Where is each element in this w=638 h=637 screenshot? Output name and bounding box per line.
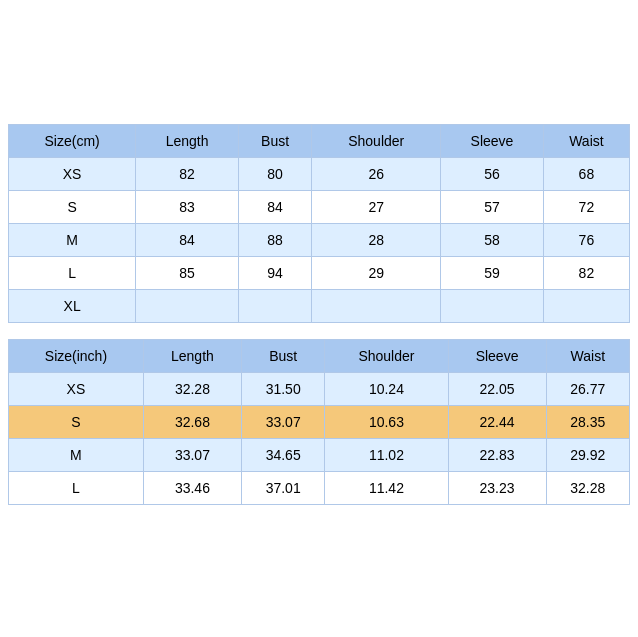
inch-cell-size: XS — [9, 373, 144, 406]
cm-cell-shoulder: 29 — [312, 257, 441, 290]
inch-cell-shoulder: 11.02 — [325, 439, 448, 472]
inch-cell-sleeve: 22.83 — [448, 439, 546, 472]
cm-col-size: Size(cm) — [9, 125, 136, 158]
inch-cell-size: S — [9, 406, 144, 439]
table-row: XS32.2831.5010.2422.0526.77 — [9, 373, 630, 406]
cm-cell-sleeve: 58 — [441, 224, 544, 257]
table-divider — [8, 331, 630, 339]
cm-cell-shoulder: 27 — [312, 191, 441, 224]
size-inch-table: Size(inch) Length Bust Shoulder Sleeve W… — [8, 339, 630, 505]
inch-col-length: Length — [143, 340, 241, 373]
inch-cell-size: M — [9, 439, 144, 472]
cm-cell-waist: 76 — [543, 224, 629, 257]
inch-cell-shoulder: 10.63 — [325, 406, 448, 439]
inch-col-bust: Bust — [241, 340, 324, 373]
inch-cell-length: 32.68 — [143, 406, 241, 439]
cm-cell-bust: 88 — [238, 224, 311, 257]
inch-cell-sleeve: 22.05 — [448, 373, 546, 406]
inch-cell-size: L — [9, 472, 144, 505]
cm-cell-length — [136, 290, 239, 323]
cm-cell-size: XL — [9, 290, 136, 323]
inch-cell-shoulder: 10.24 — [325, 373, 448, 406]
inch-cell-waist: 28.35 — [546, 406, 629, 439]
inch-cell-bust: 34.65 — [241, 439, 324, 472]
table-row: M33.0734.6511.0222.8329.92 — [9, 439, 630, 472]
cm-cell-shoulder — [312, 290, 441, 323]
cm-cell-length: 84 — [136, 224, 239, 257]
table-row: XS8280265668 — [9, 158, 630, 191]
cm-cell-sleeve — [441, 290, 544, 323]
cm-cell-bust: 84 — [238, 191, 311, 224]
cm-cell-size: M — [9, 224, 136, 257]
cm-cell-waist: 68 — [543, 158, 629, 191]
table-row: L33.4637.0111.4223.2332.28 — [9, 472, 630, 505]
inch-col-size: Size(inch) — [9, 340, 144, 373]
cm-col-waist: Waist — [543, 125, 629, 158]
cm-cell-waist: 72 — [543, 191, 629, 224]
cm-cell-shoulder: 28 — [312, 224, 441, 257]
cm-col-bust: Bust — [238, 125, 311, 158]
cm-cell-length: 83 — [136, 191, 239, 224]
inch-col-shoulder: Shoulder — [325, 340, 448, 373]
cm-cell-sleeve: 59 — [441, 257, 544, 290]
cm-cell-bust: 80 — [238, 158, 311, 191]
inch-col-sleeve: Sleeve — [448, 340, 546, 373]
table-row: XL — [9, 290, 630, 323]
inch-cell-sleeve: 23.23 — [448, 472, 546, 505]
size-tables: Size(cm) Length Bust Shoulder Sleeve Wai… — [8, 124, 630, 513]
cm-col-shoulder: Shoulder — [312, 125, 441, 158]
cm-col-length: Length — [136, 125, 239, 158]
inch-cell-waist: 32.28 — [546, 472, 629, 505]
table-row: S32.6833.0710.6322.4428.35 — [9, 406, 630, 439]
inch-cell-sleeve: 22.44 — [448, 406, 546, 439]
cm-cell-size: L — [9, 257, 136, 290]
cm-cell-size: XS — [9, 158, 136, 191]
inch-cell-length: 32.28 — [143, 373, 241, 406]
cm-cell-sleeve: 56 — [441, 158, 544, 191]
cm-cell-waist — [543, 290, 629, 323]
inch-cell-bust: 33.07 — [241, 406, 324, 439]
table-row: M8488285876 — [9, 224, 630, 257]
inch-col-waist: Waist — [546, 340, 629, 373]
inch-cell-shoulder: 11.42 — [325, 472, 448, 505]
cm-cell-sleeve: 57 — [441, 191, 544, 224]
cm-cell-length: 85 — [136, 257, 239, 290]
cm-cell-size: S — [9, 191, 136, 224]
cm-cell-bust: 94 — [238, 257, 311, 290]
cm-cell-shoulder: 26 — [312, 158, 441, 191]
inch-cell-bust: 31.50 — [241, 373, 324, 406]
size-cm-table: Size(cm) Length Bust Shoulder Sleeve Wai… — [8, 124, 630, 323]
cm-col-sleeve: Sleeve — [441, 125, 544, 158]
inch-cell-length: 33.07 — [143, 439, 241, 472]
table-row: L8594295982 — [9, 257, 630, 290]
table-row: S8384275772 — [9, 191, 630, 224]
inch-cell-bust: 37.01 — [241, 472, 324, 505]
inch-cell-waist: 29.92 — [546, 439, 629, 472]
inch-header-row: Size(inch) Length Bust Shoulder Sleeve W… — [9, 340, 630, 373]
cm-cell-waist: 82 — [543, 257, 629, 290]
inch-cell-length: 33.46 — [143, 472, 241, 505]
cm-cell-bust — [238, 290, 311, 323]
cm-header-row: Size(cm) Length Bust Shoulder Sleeve Wai… — [9, 125, 630, 158]
cm-cell-length: 82 — [136, 158, 239, 191]
inch-cell-waist: 26.77 — [546, 373, 629, 406]
